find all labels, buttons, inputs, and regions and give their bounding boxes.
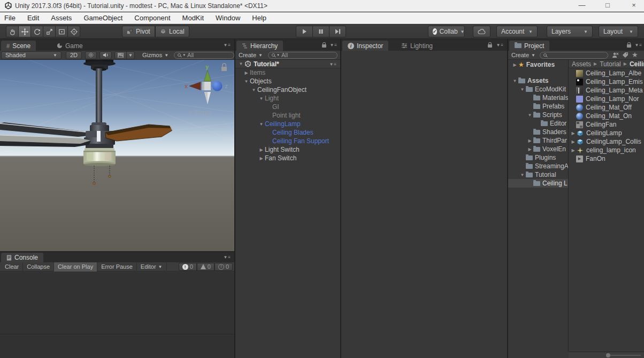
expanded-arrow-icon[interactable]: ▼: [526, 113, 533, 118]
asset-row-ceilingfan[interactable]: CeilingFan: [569, 120, 644, 129]
pause-button[interactable]: [312, 26, 329, 37]
tab-scene[interactable]: # Scene: [1, 41, 36, 51]
hand-tool-button[interactable]: [6, 26, 19, 37]
tab-console[interactable]: Console: [1, 253, 43, 262]
tab-lighting[interactable]: Lighting: [396, 41, 438, 51]
layout-dropdown[interactable]: Layout ▼: [599, 26, 638, 37]
scale-tool-button[interactable]: [43, 26, 56, 37]
hierarchy-item-light-switch[interactable]: ▶Light Switch: [235, 145, 340, 154]
shading-mode-dropdown[interactable]: Shaded ▼: [1, 51, 62, 59]
asset-row-ceiling-lamp-normal[interactable]: Ceiling_Lamp_Nor: [569, 95, 644, 103]
lock-icon[interactable]: [322, 44, 326, 48]
hierarchy-item-ceiling-fan-support[interactable]: Ceiling Fan Support: [235, 137, 340, 145]
scene-effects-dropdown[interactable]: ▼: [126, 51, 135, 59]
collapsed-arrow-icon[interactable]: ▶: [243, 71, 250, 75]
collapsed-arrow-icon[interactable]: ▶: [570, 139, 577, 144]
asset-zoom-slider-knob[interactable]: [606, 353, 610, 357]
panel-menu-icon[interactable]: ▼≡: [223, 255, 231, 260]
tree-item-editor[interactable]: Editor: [508, 119, 568, 128]
tree-item-plugins[interactable]: Plugins: [508, 153, 568, 162]
transform-tool-button[interactable]: [67, 26, 80, 37]
tab-project[interactable]: Project: [509, 41, 549, 51]
tree-item-streamingassets[interactable]: StreamingA: [508, 162, 568, 170]
scene-effects-toggle[interactable]: [114, 51, 127, 59]
rotate-tool-button[interactable]: [30, 26, 43, 37]
toggle-2d-button[interactable]: 2D: [66, 51, 82, 59]
scene-lighting-toggle[interactable]: [85, 51, 97, 59]
expanded-arrow-icon[interactable]: ▼: [243, 79, 250, 84]
menu-modkit[interactable]: ModKit: [179, 14, 210, 22]
console-collapse-button[interactable]: Collapse: [23, 262, 54, 271]
close-button[interactable]: ×: [625, 0, 643, 12]
account-dropdown[interactable]: Account ▼: [496, 26, 538, 37]
breadcrumb-leaf[interactable]: Ceiling L: [630, 60, 644, 68]
search-by-label-button[interactable]: [622, 52, 628, 58]
tree-item-favorites[interactable]: ▶★Favorites: [508, 60, 568, 69]
tree-item-assets[interactable]: ▼Assets: [508, 76, 568, 85]
search-by-type-button[interactable]: [612, 52, 619, 58]
collab-dropdown[interactable]: ✓ Collab ▼: [428, 26, 465, 37]
console-editor-dropdown[interactable]: Editor ▼: [137, 262, 167, 271]
tree-item-thirdparty[interactable]: ▶ThirdPar: [508, 136, 568, 145]
scene-viewport[interactable]: y x z < Persp: [0, 60, 234, 251]
tree-item-ceiling-lamp[interactable]: Ceiling L: [508, 179, 568, 188]
tree-item-tutorial[interactable]: ▼Tutorial: [508, 170, 568, 179]
collapsed-arrow-icon[interactable]: ▶: [570, 131, 577, 136]
hierarchy-item-ceilinglamp[interactable]: ▼CeilingLamp: [235, 120, 340, 128]
tree-item-scripts[interactable]: ▼Scripts: [508, 111, 568, 119]
hierarchy-item-gi[interactable]: GI: [235, 103, 340, 111]
pivot-toggle-button[interactable]: Pivot: [122, 26, 155, 37]
collapsed-arrow-icon[interactable]: ▶: [526, 147, 533, 152]
console-warning-toggle[interactable]: 0: [197, 263, 214, 271]
menu-assets[interactable]: Assets: [48, 14, 78, 22]
menu-edit[interactable]: Edit: [24, 14, 45, 22]
menu-component[interactable]: Component: [131, 14, 177, 22]
collapsed-arrow-icon[interactable]: ▶: [258, 147, 265, 152]
tab-inspector[interactable]: i Inspector: [342, 41, 388, 51]
console-clear-button[interactable]: Clear: [1, 262, 23, 271]
hierarchy-item-fan-switch[interactable]: ▶Fan Switch: [235, 154, 340, 162]
expanded-arrow-icon[interactable]: ▼: [258, 96, 265, 101]
hierarchy-item-point-light[interactable]: Point light: [235, 111, 340, 120]
step-button[interactable]: [329, 26, 346, 37]
expanded-arrow-icon[interactable]: ▼: [511, 79, 518, 83]
console-clear-on-play-button[interactable]: Clear on Play: [54, 262, 97, 271]
hierarchy-item-items[interactable]: ▶Items: [235, 68, 340, 77]
expanded-arrow-icon[interactable]: ▼: [519, 87, 526, 92]
scene-search-input[interactable]: ▼ All: [174, 52, 234, 59]
tree-item-voxelengine[interactable]: ▶VoxelEn: [508, 145, 568, 153]
asset-row-ceiling-mat-on[interactable]: Ceiling_Mat_On: [569, 112, 644, 120]
console-error-pause-button[interactable]: Error Pause: [97, 262, 137, 271]
project-search-input[interactable]: [540, 52, 608, 59]
menu-window[interactable]: Window: [212, 14, 247, 22]
tab-game[interactable]: Game: [51, 41, 88, 51]
panel-menu-icon[interactable]: ▼≡: [223, 43, 231, 48]
panel-menu-icon[interactable]: ▼≡: [496, 43, 504, 48]
project-create-dropdown[interactable]: Create ▼: [508, 52, 539, 58]
asset-row-ceiling-lamp-emissive[interactable]: Ceiling_Lamp_Emis: [569, 77, 644, 86]
collapsed-arrow-icon[interactable]: ▶: [258, 156, 265, 161]
minimize-button[interactable]: —: [573, 0, 591, 12]
collapsed-arrow-icon[interactable]: ▶: [570, 148, 577, 153]
asset-row-ceilinglamp[interactable]: ▶CeilingLamp: [569, 129, 644, 137]
hierarchy-item-ceilingfanobject[interactable]: ▼CeilingFanObject: [235, 85, 340, 94]
menu-file[interactable]: File: [1, 14, 22, 22]
scene-audio-toggle[interactable]: [99, 51, 112, 59]
scene-menu-icon[interactable]: ▼≡: [329, 62, 337, 67]
hierarchy-item-light[interactable]: ▼Light: [235, 94, 340, 103]
expanded-arrow-icon[interactable]: ▼: [237, 61, 244, 66]
rect-tool-button[interactable]: [55, 26, 68, 37]
hierarchy-item-objects[interactable]: ▼Objects: [235, 77, 340, 85]
tree-item-ecomodkit[interactable]: ▼EcoModKit: [508, 85, 568, 94]
scene-header-row[interactable]: ▼ Tutorial* ▼≡: [235, 60, 340, 68]
lock-icon[interactable]: [627, 44, 631, 48]
expanded-arrow-icon[interactable]: ▼: [250, 88, 257, 92]
play-button[interactable]: [296, 26, 313, 37]
tab-hierarchy[interactable]: Hierarchy: [236, 41, 283, 51]
asset-row-ceiling-lamp-metallic[interactable]: Ceiling_Lamp_Meta: [569, 86, 644, 95]
asset-row-ceiling-lamp-albedo[interactable]: Ceiling_Lamp_Albe: [569, 69, 644, 77]
hierarchy-search-input[interactable]: ▼ All: [268, 52, 338, 59]
hierarchy-item-ceiling-blades[interactable]: Ceiling Blades: [235, 128, 340, 137]
console-info-toggle[interactable]: ! 0: [179, 263, 197, 271]
local-toggle-button[interactable]: Local: [155, 26, 189, 37]
